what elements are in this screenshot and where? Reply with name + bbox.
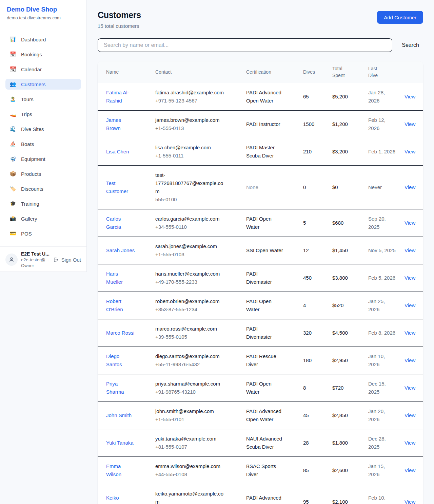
customer-email: robert.obrien@example.com	[155, 297, 226, 305]
nav-item-icon: 🏷️	[9, 185, 16, 192]
total-spent-cell: $680	[332, 209, 368, 237]
search-input[interactable]	[98, 38, 392, 52]
customer-name-link[interactable]: Yuki Tanaka	[106, 440, 134, 446]
customer-phone: +1-555-0111	[155, 152, 226, 160]
actions-cell: View	[405, 237, 423, 264]
customer-name-link[interactable]: Test Customer	[106, 180, 128, 194]
dives-cell: 95	[303, 484, 332, 504]
actions-cell: View	[405, 319, 423, 347]
actions-cell: View	[405, 429, 423, 456]
nav-item-icon: 🤿	[9, 155, 16, 162]
search-button[interactable]: Search	[398, 39, 423, 51]
sidebar-nav-item[interactable]: 🏝️ Tours	[5, 94, 81, 105]
customer-name-link[interactable]: Marco Rossi	[106, 330, 134, 336]
contact-cell: fatima.alrashid@example.com +971-55-123-…	[155, 83, 246, 110]
customer-row: Keiko Yamamoto keiko.yamamoto@example.co…	[98, 484, 423, 504]
last-dive-cell: Feb 10, 2026	[368, 484, 405, 504]
sidebar-nav-item[interactable]: 🚤 Trips	[5, 109, 81, 119]
column-header-contact: Contact	[155, 61, 246, 83]
view-customer-link[interactable]: View	[405, 330, 415, 336]
nav-item-icon: 🎓	[9, 200, 16, 207]
nav-item-label: POS	[21, 231, 32, 237]
view-customer-link[interactable]: View	[405, 247, 415, 253]
sidebar-nav: 📊 Dashboard 📅 Bookings 📆 Calendar 👥 Cust…	[0, 26, 86, 246]
dives-cell: 85	[303, 456, 332, 484]
sidebar-nav-item[interactable]: 📆 Calendar	[5, 64, 81, 75]
customer-row: Carlos Garcia carlos.garcia@example.com …	[98, 209, 423, 237]
customer-email: keiko.yamamoto@example.com	[155, 490, 226, 504]
view-customer-link[interactable]: View	[405, 499, 415, 504]
contact-cell: emma.wilson@example.com +44-555-0108	[155, 456, 246, 484]
customer-name-link[interactable]: James Brown	[106, 117, 121, 131]
customer-name-link[interactable]: Lisa Chen	[106, 149, 129, 154]
shop-name: Demo Dive Shop	[7, 6, 80, 13]
view-customer-link[interactable]: View	[405, 357, 415, 363]
view-customer-link[interactable]: View	[405, 121, 415, 127]
actions-cell: View	[405, 347, 423, 374]
certification-cell: PADI Master Scuba Diver	[246, 138, 303, 165]
certification-cell: BSAC Sports Diver	[246, 456, 303, 484]
sign-out-icon	[53, 257, 59, 263]
certification-cell: NAUI Advanced Scuba Diver	[246, 429, 303, 456]
sidebar-nav-item[interactable]: ⛵ Boats	[5, 138, 81, 149]
sidebar-nav-item[interactable]: 🏷️ Discounts	[5, 183, 81, 194]
view-customer-link[interactable]: View	[405, 220, 415, 226]
view-customer-link[interactable]: View	[405, 412, 415, 418]
customer-name-link[interactable]: Carlos Garcia	[106, 216, 121, 230]
contact-cell: keiko.yamamoto@example.com +81-90-1234-5…	[155, 484, 246, 504]
last-dive-cell: Sep 20, 2025	[368, 209, 405, 237]
contact-cell: james.brown@example.com +1-555-0113	[155, 110, 246, 138]
sidebar-nav-item[interactable]: 📦 Products	[5, 168, 81, 179]
nav-item-icon: 📅	[9, 51, 16, 58]
name-cell: Priya Sharma	[98, 374, 155, 402]
last-dive-cell: Jan 15, 2026	[368, 456, 405, 484]
last-dive-cell: Feb 8, 2026	[368, 319, 405, 347]
view-customer-link[interactable]: View	[405, 302, 415, 308]
actions-cell: View	[405, 456, 423, 484]
nav-item-label: Calendar	[21, 67, 42, 72]
nav-item-icon: 🚤	[9, 111, 16, 117]
contact-cell: lisa.chen@example.com +1-555-0111	[155, 138, 246, 165]
dives-cell: 12	[303, 237, 332, 264]
view-customer-link[interactable]: View	[405, 467, 415, 473]
customer-name-link[interactable]: Hans Mueller	[106, 271, 123, 285]
view-customer-link[interactable]: View	[405, 94, 415, 99]
nav-item-icon: ⛵	[9, 141, 16, 147]
customer-phone: +1-555-0103	[155, 250, 226, 259]
customer-name-link[interactable]: Keiko Yamamoto	[106, 495, 130, 504]
sidebar-nav-item[interactable]: 👥 Customers	[5, 79, 81, 90]
sidebar-nav-item[interactable]: 💳 POS	[5, 228, 81, 239]
actions-cell: View	[405, 110, 423, 138]
view-customer-link[interactable]: View	[405, 385, 415, 391]
customer-name-link[interactable]: Emma Wilson	[106, 463, 121, 477]
customer-name-link[interactable]: John Smith	[106, 412, 132, 418]
sidebar-nav-item[interactable]: 🤿 Equipment	[5, 153, 81, 164]
column-header-certification: Certification	[246, 61, 303, 83]
customer-name-link[interactable]: Priya Sharma	[106, 381, 124, 395]
customer-name-link[interactable]: Fatima Al-Rashid	[106, 90, 129, 104]
total-spent-cell: $2,600	[332, 456, 368, 484]
customer-name-link[interactable]: Sarah Jones	[106, 247, 135, 253]
sidebar-nav-item[interactable]: 📅 Bookings	[5, 49, 81, 60]
add-customer-button[interactable]: Add Customer	[377, 11, 423, 24]
sidebar-nav-item[interactable]: 📊 Dashboard	[5, 34, 81, 45]
view-customer-link[interactable]: View	[405, 440, 415, 446]
customer-name-link[interactable]: Diego Santos	[106, 353, 122, 367]
sidebar-nav-item[interactable]: 📸 Gallery	[5, 213, 81, 224]
view-customer-link[interactable]: View	[405, 184, 415, 190]
sign-out-button[interactable]: Sign Out	[53, 257, 81, 263]
contact-cell: yuki.tanaka@example.com +81-555-0107	[155, 429, 246, 456]
customer-row: Yuki Tanaka yuki.tanaka@example.com +81-…	[98, 429, 423, 456]
actions-cell: View	[405, 83, 423, 110]
view-customer-link[interactable]: View	[405, 275, 415, 281]
total-spent-cell: $3,200	[332, 138, 368, 165]
customer-email: test-1772681807767@example.com	[155, 171, 226, 195]
last-dive-cell: Jan 10, 2026	[368, 347, 405, 374]
sidebar-nav-item[interactable]: 🎓 Training	[5, 198, 81, 209]
contact-cell: diego.santos@example.com +55-11-99876-54…	[155, 347, 246, 374]
sidebar-nav-item[interactable]: 🌊 Dive Sites	[5, 124, 81, 134]
customer-name-link[interactable]: Robert O'Brien	[106, 298, 123, 312]
view-customer-link[interactable]: View	[405, 149, 415, 154]
last-dive-cell: Feb 5, 2026	[368, 264, 405, 292]
total-spent-cell: $1,800	[332, 429, 368, 456]
